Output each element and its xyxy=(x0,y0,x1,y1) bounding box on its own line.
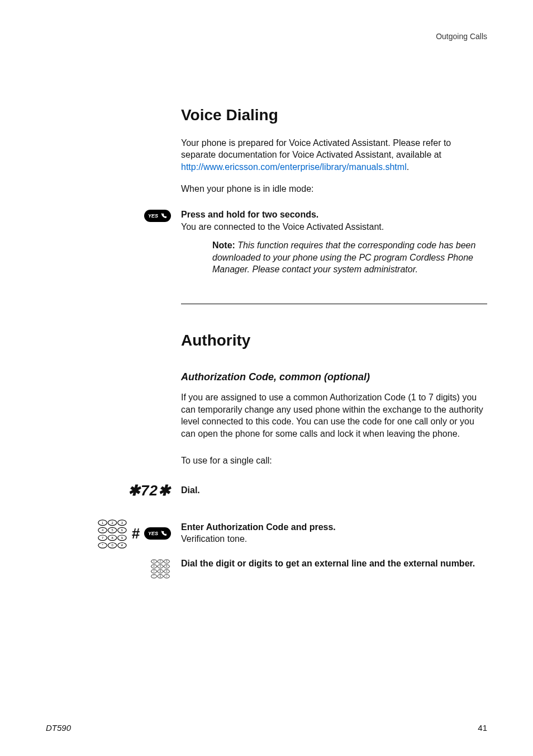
single-call-intro: To use for a single call: xyxy=(181,455,487,467)
yes-key-label: YES xyxy=(148,530,158,537)
svg-text:4: 4 xyxy=(102,528,104,532)
enter-auth-code-instruction: Enter Authorization Code and press. xyxy=(181,521,487,533)
keypad-icon: 123 456 789 *0# xyxy=(96,518,129,549)
note-body: This function requires that the correspo… xyxy=(212,240,475,274)
svg-text:8: 8 xyxy=(111,536,113,540)
note-label: Note: xyxy=(212,240,235,250)
press-hold-sub: You are connected to the Voice Activated… xyxy=(181,221,487,233)
svg-text:3: 3 xyxy=(166,561,167,563)
footer-model: DT590 xyxy=(46,722,71,734)
yes-key-label: YES xyxy=(148,212,158,219)
svg-text:6: 6 xyxy=(121,528,122,532)
yes-key-icon: YES xyxy=(144,527,171,540)
dial-code: ✱72✱ xyxy=(128,481,171,500)
authority-heading: Authority xyxy=(181,330,487,351)
svg-text:*: * xyxy=(154,575,155,578)
intro-terminator: . xyxy=(407,162,409,172)
svg-text:#: # xyxy=(121,544,123,547)
svg-text:#: # xyxy=(166,575,168,578)
svg-text:7: 7 xyxy=(154,570,155,573)
svg-text:3: 3 xyxy=(121,521,122,525)
svg-text:5: 5 xyxy=(160,566,161,568)
handset-icon xyxy=(160,212,167,219)
svg-text:8: 8 xyxy=(160,570,161,573)
footer-page-number: 41 xyxy=(478,722,487,734)
svg-text:*: * xyxy=(102,544,103,547)
svg-text:0: 0 xyxy=(160,575,161,578)
page-footer: DT590 41 xyxy=(46,722,487,734)
voice-dialing-heading: Voice Dialing xyxy=(181,105,487,126)
hash-key-icon: # xyxy=(132,526,140,541)
handset-icon xyxy=(160,530,167,537)
section-separator xyxy=(181,304,487,304)
svg-text:4: 4 xyxy=(154,566,155,568)
auth-code-subheading: Authorization Code, common (optional) xyxy=(181,370,487,384)
main-content: Voice Dialing Your phone is prepared for… xyxy=(46,105,487,582)
svg-text:7: 7 xyxy=(102,536,103,540)
svg-text:6: 6 xyxy=(166,566,167,568)
doc-link[interactable]: http://www.ericsson.com/enterprise/libra… xyxy=(181,162,407,172)
keypad-icon: 123 456 789 *0# xyxy=(150,559,171,578)
svg-text:0: 0 xyxy=(111,544,113,547)
running-header: Outgoing Calls xyxy=(46,31,487,42)
svg-text:2: 2 xyxy=(160,561,161,563)
yes-key-icon: YES xyxy=(144,210,171,222)
voice-dialing-intro: Your phone is prepared for Voice Activat… xyxy=(181,137,487,173)
press-hold-instruction: Press and hold for two seconds. xyxy=(181,209,487,221)
intro-text: Your phone is prepared for Voice Activat… xyxy=(181,138,451,160)
dial-external-line-instruction: Dial the digit or digits to get an exter… xyxy=(181,557,487,570)
svg-text:9: 9 xyxy=(121,536,122,540)
auth-code-body: If you are assigned to use a common Auth… xyxy=(181,391,487,440)
svg-text:9: 9 xyxy=(166,570,167,573)
svg-text:5: 5 xyxy=(111,528,113,532)
svg-text:1: 1 xyxy=(154,561,155,563)
svg-text:1: 1 xyxy=(102,521,103,525)
note-block: Note: This function requires that the co… xyxy=(181,239,487,276)
svg-text:2: 2 xyxy=(111,521,113,525)
verification-tone: Verification tone. xyxy=(181,533,487,545)
dial-label: Dial. xyxy=(181,484,487,497)
idle-mode-line: When your phone is in idle mode: xyxy=(181,183,487,195)
